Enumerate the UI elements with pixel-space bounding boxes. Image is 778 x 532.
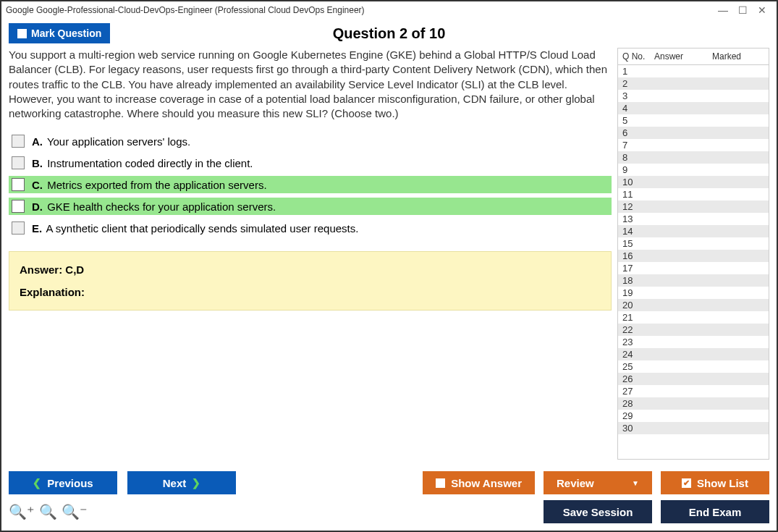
answer-panel: Answer: C,D Explanation: [9, 251, 612, 311]
previous-label: Previous [47, 477, 93, 489]
option-checkbox[interactable] [12, 135, 25, 148]
chevron-right-icon: ❯ [192, 477, 200, 489]
qno-cell: 8 [622, 151, 654, 164]
option-row[interactable]: E. A synthetic client that periodically … [9, 219, 612, 237]
qno-cell: 20 [622, 299, 654, 311]
next-button[interactable]: Next ❯ [127, 471, 236, 494]
close-icon[interactable]: ✕ [758, 4, 766, 16]
question-list-row[interactable]: 3 [618, 90, 769, 102]
zoom-reset-icon[interactable]: 🔍 [39, 503, 57, 520]
option-row[interactable]: D. GKE health checks for your applicatio… [9, 198, 612, 215]
square-icon [436, 478, 445, 488]
question-list-row[interactable]: 6 [618, 127, 769, 139]
question-list-row[interactable]: 15 [618, 237, 769, 250]
triangle-down-icon: ▼ [632, 479, 639, 487]
option-text: A. Your application servers' logs. [32, 135, 190, 148]
zoom-in-icon[interactable]: 🔍⁺ [9, 503, 35, 520]
option-checkbox[interactable] [12, 156, 25, 169]
option-checkbox[interactable] [12, 178, 25, 191]
question-text: You support a multi-region web service r… [9, 48, 612, 121]
end-exam-label: End Exam [689, 506, 742, 518]
minimize-icon[interactable]: — [718, 4, 728, 16]
question-list-row[interactable]: 5 [618, 114, 769, 127]
session-buttons: Save Session End Exam [544, 500, 769, 523]
question-list-row[interactable]: 2 [618, 77, 769, 90]
question-list-row[interactable]: 11 [618, 188, 769, 200]
option-checkbox[interactable] [12, 200, 25, 213]
nav-buttons: ❮ Previous Next ❯ [9, 471, 236, 494]
qno-cell: 15 [622, 237, 654, 250]
show-list-button[interactable]: ✔ Show List [661, 471, 769, 494]
sidebar-rows[interactable]: 1234567891011121314151617181920212223242… [618, 65, 769, 459]
qno-cell: 27 [622, 385, 654, 397]
qno-cell: 7 [622, 139, 654, 151]
option-text: E. A synthetic client that periodically … [32, 222, 358, 235]
question-list-row[interactable]: 29 [618, 410, 769, 422]
question-list-row[interactable]: 25 [618, 360, 769, 373]
option-row[interactable]: C. Metrics exported from the application… [9, 176, 612, 193]
question-list-row[interactable]: 28 [618, 397, 769, 410]
header-row: Mark Question Question 2 of 10 [1, 19, 777, 48]
question-list-row[interactable]: 4 [618, 102, 769, 114]
option-checkbox[interactable] [12, 221, 25, 235]
question-list-row[interactable]: 27 [618, 385, 769, 397]
question-list-row[interactable]: 9 [618, 164, 769, 176]
qno-cell: 5 [622, 114, 654, 127]
question-list-row[interactable]: 30 [618, 422, 769, 434]
maximize-icon[interactable]: ☐ [738, 4, 748, 16]
question-list-row[interactable]: 26 [618, 373, 769, 385]
review-button[interactable]: Review ▼ [544, 471, 652, 494]
qno-cell: 30 [622, 422, 654, 434]
qno-cell: 9 [622, 164, 654, 176]
question-list-row[interactable]: 19 [618, 287, 769, 299]
question-list-row[interactable]: 10 [618, 176, 769, 188]
window-controls: — ☐ ✕ [718, 4, 772, 16]
option-row[interactable]: B. Instrumentation coded directly in the… [9, 154, 612, 172]
option-text: C. Metrics exported from the application… [32, 179, 267, 191]
checked-square-icon: ✔ [682, 478, 691, 488]
question-list-row[interactable]: 1 [618, 65, 769, 77]
titlebar: Google Google-Professional-Cloud-DevOps-… [1, 1, 777, 19]
app-window: Google Google-Professional-Cloud-DevOps-… [0, 0, 778, 532]
question-list-row[interactable]: 24 [618, 348, 769, 360]
show-answer-button[interactable]: Show Answer [423, 471, 535, 494]
footer-row-1: ❮ Previous Next ❯ Show Answer Review ▼ [9, 471, 769, 494]
qno-cell: 16 [622, 250, 654, 262]
qno-cell: 2 [622, 77, 654, 90]
show-list-label: Show List [697, 477, 748, 489]
question-list-row[interactable]: 12 [618, 200, 769, 213]
option-row[interactable]: A. Your application servers' logs. [9, 132, 612, 150]
question-list-row[interactable]: 7 [618, 139, 769, 151]
mark-checkbox-icon [17, 29, 27, 38]
question-list-row[interactable]: 8 [618, 151, 769, 164]
question-counter-title: Question 2 of 10 [1, 25, 777, 42]
option-text: B. Instrumentation coded directly in the… [32, 157, 253, 169]
question-list-row[interactable]: 13 [618, 213, 769, 225]
col-answer: Answer [654, 51, 712, 62]
options-list: A. Your application servers' logs.B. Ins… [9, 132, 612, 237]
qno-cell: 13 [622, 213, 654, 225]
question-list-row[interactable]: 22 [618, 324, 769, 336]
qno-cell: 12 [622, 200, 654, 213]
sidebar-header: Q No. Answer Marked [618, 48, 769, 65]
question-list-row[interactable]: 14 [618, 225, 769, 237]
qno-cell: 17 [622, 262, 654, 274]
qno-cell: 1 [622, 65, 654, 77]
question-list-row[interactable]: 17 [618, 262, 769, 274]
previous-button[interactable]: ❮ Previous [9, 471, 117, 494]
question-list-row[interactable]: 21 [618, 311, 769, 324]
mark-question-label: Mark Question [31, 28, 101, 39]
question-list-row[interactable]: 18 [618, 274, 769, 287]
main-area: You support a multi-region web service r… [1, 48, 777, 465]
save-session-button[interactable]: Save Session [544, 500, 652, 523]
question-list-row[interactable]: 16 [618, 250, 769, 262]
qno-cell: 28 [622, 397, 654, 410]
end-exam-button[interactable]: End Exam [661, 500, 769, 523]
question-list-sidebar: Q No. Answer Marked 12345678910111213141… [617, 48, 769, 460]
question-list-row[interactable]: 23 [618, 336, 769, 348]
qno-cell: 14 [622, 225, 654, 237]
zoom-out-icon[interactable]: 🔍⁻ [62, 503, 88, 520]
explanation-label: Explanation: [20, 286, 601, 298]
question-list-row[interactable]: 20 [618, 299, 769, 311]
mark-question-button[interactable]: Mark Question [9, 23, 110, 43]
